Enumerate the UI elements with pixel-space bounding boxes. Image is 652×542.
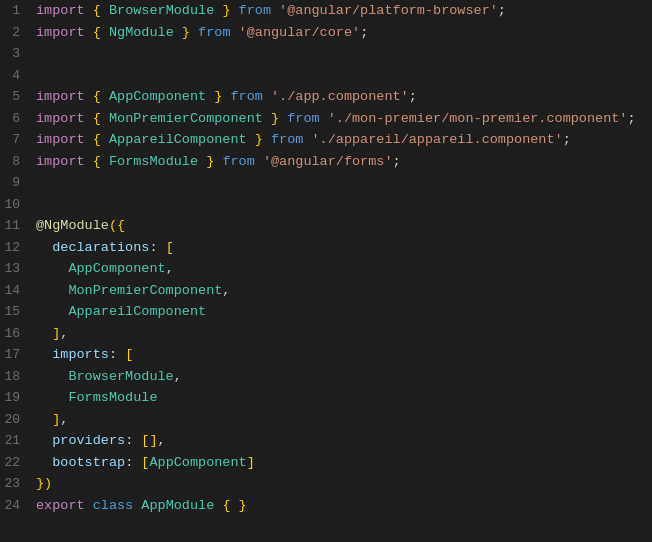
line-content: BrowserModule, <box>28 366 652 388</box>
token-plain <box>101 132 109 147</box>
line-number: 13 <box>0 258 28 280</box>
token-punct: ; <box>360 25 368 40</box>
token-plain <box>101 25 109 40</box>
code-line: 7import { AppareilComponent } from './ap… <box>0 129 652 151</box>
token-kw-import: import <box>36 154 85 169</box>
token-identifier: AppareilComponent <box>109 132 247 147</box>
token-plain <box>85 154 93 169</box>
token-brace: { <box>93 111 101 126</box>
token-str: '@angular/platform-browser' <box>279 3 498 18</box>
token-kw-decorator: @NgModule <box>36 218 109 233</box>
token-kw-keyword: class <box>93 498 134 513</box>
token-plain <box>85 111 93 126</box>
token-plain <box>230 25 238 40</box>
line-content: import { NgModule } from '@angular/core'… <box>28 22 652 44</box>
token-str: '@angular/forms' <box>263 154 393 169</box>
line-number: 5 <box>0 86 28 108</box>
token-plain <box>230 498 238 513</box>
token-plain <box>85 498 93 513</box>
token-plain <box>198 154 206 169</box>
code-line: 5import { AppComponent } from './app.com… <box>0 86 652 108</box>
token-brace: } <box>255 132 263 147</box>
token-brace: ] <box>247 455 255 470</box>
token-kw-from: from <box>230 89 262 104</box>
token-brace: { <box>93 3 101 18</box>
token-punct: : <box>125 455 141 470</box>
line-number: 1 <box>0 0 28 22</box>
token-punct: ; <box>563 132 571 147</box>
code-line: 14 MonPremierComponent, <box>0 280 652 302</box>
token-identifier: BrowserModule <box>109 3 214 18</box>
line-number: 22 <box>0 452 28 474</box>
token-kw-import: export <box>36 498 85 513</box>
code-line: 20 ], <box>0 409 652 431</box>
code-line: 19 FormsModule <box>0 387 652 409</box>
line-content: AppareilComponent <box>28 301 652 323</box>
token-brace: { <box>93 25 101 40</box>
token-plain <box>36 412 52 427</box>
line-number: 20 <box>0 409 28 431</box>
code-line: 12 declarations: [ <box>0 237 652 259</box>
token-str: './mon-premier/mon-premier.component' <box>328 111 628 126</box>
token-plain <box>320 111 328 126</box>
line-content: AppComponent, <box>28 258 652 280</box>
token-identifier: MonPremierComponent <box>109 111 263 126</box>
line-content: export class AppModule { } <box>28 495 652 517</box>
code-line: 8import { FormsModule } from '@angular/f… <box>0 151 652 173</box>
token-kw-import: import <box>36 132 85 147</box>
token-identifier: FormsModule <box>68 390 157 405</box>
token-punct: ; <box>627 111 635 126</box>
token-plain <box>36 455 52 470</box>
code-line: 15 AppareilComponent <box>0 301 652 323</box>
line-number: 17 <box>0 344 28 366</box>
line-number: 6 <box>0 108 28 130</box>
line-content: import { AppComponent } from './app.comp… <box>28 86 652 108</box>
line-content <box>28 65 652 87</box>
token-str: './app.component' <box>271 89 409 104</box>
code-line: 16 ], <box>0 323 652 345</box>
line-content: declarations: [ <box>28 237 652 259</box>
token-plain <box>263 132 271 147</box>
token-plain <box>101 154 109 169</box>
code-line: 18 BrowserModule, <box>0 366 652 388</box>
line-number: 3 <box>0 43 28 65</box>
line-number: 4 <box>0 65 28 87</box>
token-identifier: FormsModule <box>109 154 198 169</box>
token-plain <box>271 3 279 18</box>
token-plain <box>36 433 52 448</box>
code-line: 10 <box>0 194 652 216</box>
token-kw-import: import <box>36 3 85 18</box>
code-line: 3 <box>0 43 652 65</box>
token-plain <box>85 132 93 147</box>
token-plain <box>36 240 52 255</box>
token-identifier: AppComponent <box>109 89 206 104</box>
code-line: 2import { NgModule } from '@angular/core… <box>0 22 652 44</box>
token-kw-from: from <box>239 3 271 18</box>
code-line: 21 providers: [], <box>0 430 652 452</box>
line-number: 15 <box>0 301 28 323</box>
token-kw-import: import <box>36 25 85 40</box>
token-plain <box>85 89 93 104</box>
token-brace: } <box>182 25 190 40</box>
token-plain <box>230 3 238 18</box>
token-plain <box>36 304 68 319</box>
token-plain <box>174 25 182 40</box>
line-content <box>28 43 652 65</box>
code-line: 24export class AppModule { } <box>0 495 652 517</box>
token-brace: [] <box>141 433 157 448</box>
code-line: 17 imports: [ <box>0 344 652 366</box>
token-brace: { <box>93 154 101 169</box>
line-number: 23 <box>0 473 28 495</box>
token-punct: , <box>166 261 174 276</box>
token-plain <box>101 111 109 126</box>
token-plain <box>36 326 52 341</box>
token-identifier: AppareilComponent <box>68 304 206 319</box>
token-brace: [ <box>125 347 133 362</box>
line-content: bootstrap: [AppComponent] <box>28 452 652 474</box>
line-content: imports: [ <box>28 344 652 366</box>
code-line: 23}) <box>0 473 652 495</box>
token-brace: } <box>239 498 247 513</box>
line-number: 16 <box>0 323 28 345</box>
token-plain <box>247 132 255 147</box>
token-str: './appareil/appareil.component' <box>312 132 563 147</box>
